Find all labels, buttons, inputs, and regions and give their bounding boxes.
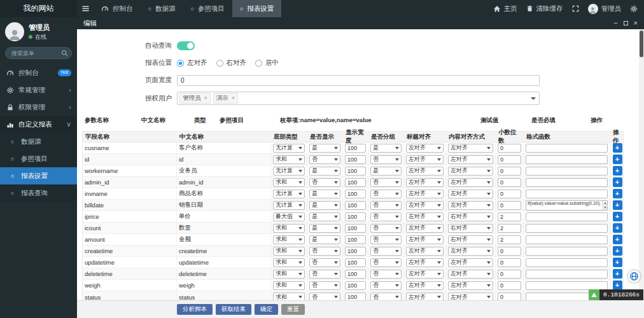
title-align-select[interactable]: 左对齐 [406, 270, 444, 279]
content-align-select[interactable]: 左对齐 [448, 258, 493, 267]
add-button[interactable]: + [613, 143, 622, 153]
formatter-input[interactable] [526, 167, 608, 176]
content-align-select[interactable]: 左对齐 [448, 144, 493, 153]
auth-users-select[interactable]: 管理员×演示× [177, 92, 540, 105]
decimals-input[interactable] [498, 155, 521, 164]
display-width-input[interactable] [345, 224, 366, 233]
add-button[interactable]: + [613, 269, 622, 279]
title-align-select[interactable]: 左对齐 [406, 178, 444, 187]
title-align-select[interactable]: 左对齐 [406, 155, 444, 164]
display-width-input[interactable] [345, 167, 366, 176]
decimals-input[interactable] [498, 247, 521, 256]
grouped-select[interactable]: 否 [370, 224, 402, 233]
content-align-select[interactable]: 左对齐 [448, 190, 493, 198]
close-button[interactable]: × [634, 20, 638, 27]
decimals-input[interactable] [498, 270, 521, 279]
formatter-input[interactable] [526, 235, 608, 244]
visible-select[interactable]: 是 [309, 212, 340, 221]
grouped-select[interactable]: 否 [370, 293, 402, 300]
grouped-select[interactable]: 否 [370, 178, 402, 187]
sidebar-item-general[interactable]: 常规管理‹ [0, 81, 77, 99]
grouped-select[interactable]: 否 [370, 201, 402, 210]
display-width-input[interactable] [345, 201, 366, 210]
add-button[interactable]: + [613, 235, 622, 244]
content-align-select[interactable]: 左对齐 [448, 167, 493, 176]
formatter-input[interactable] [526, 190, 608, 198]
title-align-select[interactable]: 左对齐 [406, 247, 444, 256]
visible-select[interactable]: 是 [309, 201, 340, 210]
sidebar-item-console[interactable]: 控制台hot [0, 64, 77, 81]
position-radio-0[interactable]: 左对齐 [177, 59, 207, 67]
calc-type-select[interactable]: 无计算 [273, 190, 305, 198]
calc-type-select[interactable]: 最大值 [273, 212, 305, 221]
title-align-select[interactable]: 左对齐 [406, 212, 444, 221]
fullscreen-button[interactable] [572, 5, 579, 12]
remove-tag-icon[interactable]: × [204, 95, 207, 101]
page-width-input[interactable] [177, 75, 540, 86]
grouped-select[interactable]: 否 [370, 235, 402, 244]
remove-tag-icon[interactable]: × [232, 95, 235, 101]
title-align-select[interactable]: 左对齐 [406, 190, 444, 198]
content-align-select[interactable]: 左对齐 [448, 247, 493, 256]
auto-query-toggle[interactable] [177, 41, 195, 50]
grouped-select[interactable]: 是 [370, 144, 402, 153]
title-align-select[interactable]: 左对齐 [406, 201, 444, 210]
formatter-input[interactable] [526, 224, 608, 233]
visible-select[interactable]: 是 [309, 190, 340, 198]
content-align-select[interactable]: 左对齐 [448, 178, 493, 187]
analyze-script-button[interactable]: 分析脚本 [177, 304, 213, 315]
title-align-select[interactable]: 左对齐 [406, 144, 444, 153]
tab-report-setting[interactable]: ○报表设置 [232, 0, 281, 17]
visible-select[interactable]: 是 [309, 144, 340, 153]
visible-select[interactable]: 否 [309, 155, 340, 164]
content-align-select[interactable]: 左对齐 [448, 281, 493, 290]
grouped-select[interactable]: 是 [370, 167, 402, 176]
add-button[interactable]: + [613, 155, 622, 164]
calc-type-select[interactable]: 求和 [273, 293, 305, 300]
display-width-input[interactable] [345, 258, 366, 267]
visible-select[interactable]: 否 [309, 247, 340, 256]
search-icon[interactable] [61, 50, 68, 57]
content-align-select[interactable]: 右对齐 [448, 212, 493, 221]
calc-type-select[interactable]: 无计算 [273, 167, 305, 176]
calc-type-select[interactable]: 求和 [273, 270, 305, 279]
display-width-input[interactable] [345, 190, 366, 198]
title-align-select[interactable]: 左对齐 [406, 224, 444, 233]
display-width-input[interactable] [345, 235, 366, 244]
display-width-input[interactable] [345, 281, 366, 290]
visible-select[interactable]: 是 [309, 224, 340, 233]
calc-type-select[interactable]: 无计算 [273, 144, 305, 153]
tab-console[interactable]: 控制台 [94, 0, 141, 17]
sidebar-item-reference[interactable]: ○参照项目 [0, 150, 77, 167]
visible-select[interactable]: 是 [309, 167, 340, 176]
calc-type-select[interactable]: 无计算 [273, 201, 305, 210]
confirm-button[interactable]: 确定 [255, 304, 278, 315]
grouped-select[interactable]: 否 [370, 247, 402, 256]
grouped-select[interactable]: 否 [370, 212, 402, 221]
calc-type-select[interactable]: 求和 [273, 258, 305, 267]
display-width-input[interactable] [345, 178, 366, 187]
title-align-select[interactable]: 左对齐 [406, 258, 444, 267]
tab-reference[interactable]: ○参照项目 [183, 0, 232, 17]
settings-button[interactable] [630, 5, 638, 13]
app-title[interactable]: 我的网站 [0, 0, 77, 17]
calc-type-select[interactable]: 求和 [273, 281, 305, 290]
visible-select[interactable]: 否 [309, 178, 340, 187]
sidebar-item-auth[interactable]: 权限管理‹ [0, 99, 77, 116]
dialog-titlebar[interactable]: 编辑 − × [77, 17, 644, 29]
visible-select[interactable]: 否 [309, 258, 340, 267]
hamburger-icon[interactable] [77, 0, 94, 17]
browser-globe-icon[interactable] [628, 270, 640, 282]
grouped-select[interactable]: 否 [370, 155, 402, 164]
grouped-select[interactable]: 否 [370, 281, 402, 290]
clear-cache-button[interactable]: 清除缓存 [526, 4, 563, 13]
fetch-result-button[interactable]: 获取结果 [216, 304, 251, 315]
add-button[interactable]: + [613, 177, 622, 187]
home-link[interactable]: 主页 [493, 4, 517, 13]
formatter-input[interactable] [526, 258, 608, 267]
decimals-input[interactable] [498, 190, 521, 198]
sidebar-item-report-query[interactable]: ○报表查询 [0, 184, 77, 202]
formatter-input[interactable] [526, 178, 608, 187]
scrollbar-thumb[interactable] [640, 31, 643, 57]
visible-select[interactable]: 否 [309, 293, 340, 300]
